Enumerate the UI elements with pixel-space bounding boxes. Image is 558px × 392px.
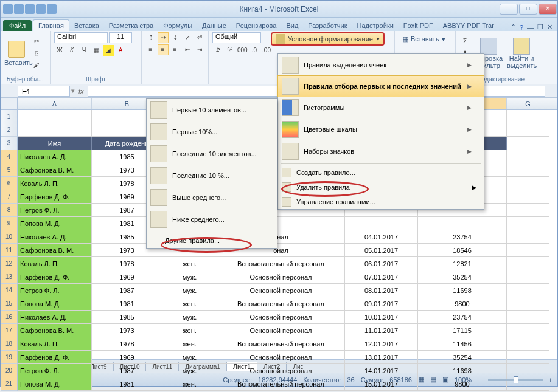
menu-icon-sets[interactable]: Наборы значков▶: [278, 140, 484, 162]
bold-button[interactable]: Ж: [54, 45, 65, 56]
align-center-button[interactable]: ≡: [158, 44, 169, 55]
cell-year[interactable]: 1978: [92, 337, 162, 351]
cell-salary[interactable]: 11698: [418, 284, 507, 297]
cell-name[interactable]: Коваль Л. П.: [18, 257, 92, 270]
row-header[interactable]: 16: [1, 311, 18, 324]
cell-salary[interactable]: 23754: [418, 230, 507, 244]
submenu-bottom-10-items[interactable]: Последние 10 элементов...: [147, 143, 277, 165]
cell[interactable]: [507, 257, 549, 270]
border-button[interactable]: ▦: [91, 45, 102, 56]
row-header[interactable]: 19: [1, 351, 18, 364]
column-header-G[interactable]: G: [507, 98, 549, 109]
cell-category[interactable]: Вспомогательный персонал: [217, 337, 345, 351]
row-header[interactable]: 15: [1, 297, 18, 311]
cell-date[interactable]: 11.01.2017: [345, 324, 418, 337]
cell-date[interactable]: 08.01.2017: [345, 284, 418, 297]
cell-date[interactable]: 13.01.2017: [345, 351, 418, 364]
name-box[interactable]: F4: [18, 86, 70, 97]
cell[interactable]: [507, 137, 549, 150]
underline-button[interactable]: Ч: [78, 45, 89, 56]
row-header[interactable]: 8: [1, 204, 18, 217]
cell-salary[interactable]: [418, 217, 507, 230]
cell-category[interactable]: Основной персонал: [217, 364, 345, 377]
zoom-slider[interactable]: [488, 379, 543, 381]
row-header[interactable]: 1: [1, 110, 18, 123]
font-name-select[interactable]: Calibri: [54, 32, 108, 43]
tab-abbyy[interactable]: ABBYY PDF Trar: [438, 20, 499, 31]
cell-name[interactable]: Петров Ф. Л.: [18, 364, 92, 377]
menu-color-scales[interactable]: Цветовые шкалы▶: [278, 119, 484, 140]
cell-date[interactable]: 10.01.2017: [345, 311, 418, 324]
tab-data[interactable]: Данные: [197, 20, 231, 31]
cell-gender[interactable]: муж.: [162, 351, 217, 364]
print-icon[interactable]: [47, 4, 57, 14]
cell-year[interactable]: 1981: [92, 297, 162, 311]
ribbon-minimize-icon[interactable]: ⌃: [511, 23, 516, 31]
cell[interactable]: [507, 230, 549, 244]
paste-button[interactable]: Вставить: [4, 41, 29, 66]
cell-year[interactable]: 1973: [92, 324, 162, 337]
number-format-select[interactable]: Общий: [212, 32, 261, 43]
currency-button[interactable]: ₽: [212, 45, 223, 56]
cell-date[interactable]: 06.01.2017: [345, 257, 418, 270]
help-icon[interactable]: ?: [520, 24, 523, 31]
cell-gender[interactable]: жен.: [162, 377, 217, 391]
row-header[interactable]: 9: [1, 217, 18, 230]
cell-name[interactable]: Парфенов Д. Ф.: [18, 351, 92, 364]
select-all-corner[interactable]: [1, 98, 18, 109]
menu-clear-rules[interactable]: Удалить правила▶: [278, 180, 484, 194]
cell[interactable]: [507, 163, 549, 177]
menu-top-bottom-rules[interactable]: Правила отбора первых и последних значен…: [277, 75, 484, 97]
font-color-button[interactable]: А: [115, 45, 126, 56]
cell-name[interactable]: Попова М. Д.: [18, 297, 92, 311]
tab-layout[interactable]: Разметка стра: [104, 20, 158, 31]
cell-salary[interactable]: 9800: [418, 297, 507, 311]
row-header[interactable]: 6: [1, 177, 18, 190]
menu-new-rule[interactable]: Создать правило...: [278, 165, 484, 180]
cell-name[interactable]: Парфенов Д. Ф.: [18, 270, 92, 284]
cell-category[interactable]: Основной персонал: [217, 311, 345, 324]
cell-name[interactable]: Сафронова В. М.: [18, 244, 92, 257]
copy-icon[interactable]: ⎘: [31, 48, 42, 59]
find-select-button[interactable]: Найти и выделить: [507, 38, 536, 69]
cell[interactable]: [507, 190, 549, 204]
cell-category[interactable]: Основной персонал: [217, 284, 345, 297]
align-left-button[interactable]: ≡: [145, 44, 156, 55]
cell[interactable]: [507, 284, 549, 297]
tab-insert[interactable]: Вставка: [69, 20, 104, 31]
cell[interactable]: [507, 270, 549, 284]
indent-inc-button[interactable]: ⇥: [194, 44, 205, 55]
cell-gender[interactable]: жен.: [162, 324, 217, 337]
format-painter-icon[interactable]: 🖌: [31, 60, 42, 71]
autosum-button[interactable]: Σ: [459, 36, 470, 47]
row-header[interactable]: 20: [1, 364, 18, 377]
cell-salary[interactable]: 17115: [418, 324, 507, 337]
row-header[interactable]: 7: [1, 190, 18, 204]
indent-dec-button[interactable]: ⇤: [182, 44, 193, 55]
cell[interactable]: [507, 311, 549, 324]
cell-gender[interactable]: муж.: [162, 364, 217, 377]
align-middle-button[interactable]: ⇢: [158, 32, 169, 43]
cell-category[interactable]: Основной персонал: [217, 324, 345, 337]
cell-date[interactable]: 12.01.2017: [345, 337, 418, 351]
cell-salary[interactable]: 11698: [418, 364, 507, 377]
row-header[interactable]: 18: [1, 337, 18, 351]
cell-year[interactable]: 1987: [92, 284, 162, 297]
conditional-formatting-button[interactable]: Условное форматирование: [271, 32, 385, 46]
cell-year[interactable]: 1969: [92, 351, 162, 364]
cell-date[interactable]: 04.01.2017: [345, 230, 418, 244]
cells-insert-button[interactable]: ▦ Вставить ▾: [399, 32, 449, 46]
submenu-below-average[interactable]: Ниже среднего...: [147, 208, 277, 230]
italic-button[interactable]: К: [66, 45, 77, 56]
cell-year[interactable]: 1987: [92, 364, 162, 377]
cell-salary[interactable]: 18546: [418, 244, 507, 257]
align-right-button[interactable]: ≡: [170, 44, 181, 55]
doc-minimize-icon[interactable]: —: [527, 24, 534, 31]
column-header-A[interactable]: A: [18, 98, 92, 109]
cell-name[interactable]: Николаев А. Д.: [18, 150, 92, 163]
cell-category[interactable]: Вспомогательный персонал: [217, 297, 345, 311]
maximize-button[interactable]: □: [519, 4, 537, 15]
cell[interactable]: [507, 123, 549, 137]
cell-gender[interactable]: муж.: [162, 284, 217, 297]
cell-date[interactable]: 07.01.2017: [345, 270, 418, 284]
